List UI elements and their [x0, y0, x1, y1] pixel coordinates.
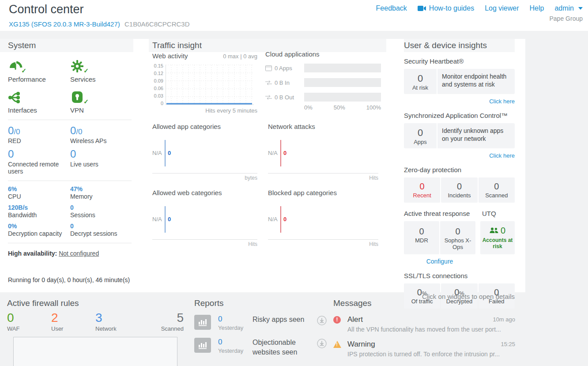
tile-services[interactable]: ✓ Services [70, 58, 132, 83]
heartbeat-click-here-link[interactable]: Click here [404, 98, 515, 105]
zero-bar [280, 206, 281, 233]
lock-icon: ✓ [70, 89, 90, 104]
x-tick: 100% [366, 104, 381, 111]
sac-click-here-link[interactable]: Click here [404, 152, 515, 159]
count-label: Scanned [139, 325, 184, 332]
message-time: 10m ago [493, 316, 515, 323]
na-label: N/A [152, 150, 165, 156]
utq-count: 0 [501, 226, 505, 236]
stat-label: Sessions [70, 211, 132, 219]
cloud-row-label: 0 B In [275, 79, 290, 86]
stat-sessions[interactable]: 0 Sessions [70, 204, 132, 219]
ha-status-link[interactable]: Not configured [59, 250, 99, 257]
zero-day-scanned-cell[interactable]: 0 Scanned [479, 177, 515, 203]
log-viewer-link[interactable]: Log viewer [485, 4, 519, 12]
report-row-risky-apps[interactable]: 0 Yesterday Risky apps seen [194, 315, 327, 331]
axis-unit-label: bytes [152, 175, 257, 181]
tile-label: Services [70, 75, 132, 83]
cell-label: Scanned [479, 192, 514, 199]
tile-label: VPN [70, 106, 132, 114]
allowed-app-categories-widget[interactable]: Allowed app categories N/A 0 bytes [152, 123, 257, 181]
cloud-applications-widget[interactable]: Cloud applications 0 Apps 0 [265, 50, 381, 111]
tile-performance[interactable]: ✓ Performance [8, 58, 70, 83]
cloud-row-label: 0 Apps [275, 65, 292, 72]
security-heartbeat-widget[interactable]: 0 At risk Monitor endpoint health and sy… [404, 69, 515, 94]
web-activity-widget[interactable]: Web activity 0 max | 0 avg 0.15 0.12 0.0… [152, 52, 257, 114]
sac-widget[interactable]: 0 Apps Identify unknown apps on your net… [404, 123, 515, 148]
report-period: Yesterday [218, 347, 253, 354]
download-icon [317, 316, 327, 325]
report-row-objectionable-websites[interactable]: 0 Yesterday Objectionable websites seen [194, 338, 327, 357]
y-tick: 0.06 [152, 86, 163, 91]
stat-cpu[interactable]: 6% CPU [8, 185, 70, 200]
admin-menu[interactable]: admin [554, 4, 583, 12]
counter-wireless-aps[interactable]: 0/0 Wireless APs [70, 125, 132, 144]
heartbeat-description: Monitor endpoint health and systems at r… [437, 69, 515, 94]
tile-label: Performance [8, 75, 70, 83]
sophos-xops-cell[interactable]: 0 Sophos X-Ops [440, 221, 475, 254]
device-model-link[interactable]: XG135 (SFOS 20.0.3 MR-3-Build427) [9, 20, 120, 28]
stat-label: Bandwidth [8, 211, 70, 219]
firewall-counts: 0 WAF 2 User 3 Network 5 Scanned [7, 312, 184, 332]
tile-interfaces[interactable]: Interfaces [8, 89, 70, 114]
bar-value: 0 [283, 216, 286, 223]
x-tick: 0% [304, 104, 313, 111]
message-alert[interactable]: ! Alert 10m ago All the VPN functionalit… [333, 315, 515, 333]
configure-link[interactable]: Configure [404, 258, 475, 265]
stat-value: 0 [70, 204, 132, 211]
howto-guides-link[interactable]: How-to guides [418, 4, 474, 12]
system-tiles: ✓ Performance [8, 58, 132, 114]
transfer-arrows-icon [265, 80, 272, 85]
counter-remote-users[interactable]: 0 Connected remote users [8, 148, 70, 175]
sac-count: 0 [404, 127, 437, 139]
cloud-out-bar [304, 93, 381, 102]
admin-menu-label: admin [554, 4, 574, 12]
device-subtitle: XG135 (SFOS 20.0.3 MR-3-Build427) C1B0A6… [9, 20, 190, 28]
messages-section: Messages ! Alert 10m ago All the VPN fun… [333, 298, 515, 358]
blocked-app-categories-widget[interactable]: Blocked app categories N/A 0 Hits [268, 189, 378, 247]
counter-live-users[interactable]: 0 Live users [70, 148, 132, 175]
mdr-cell[interactable]: 0 MDR [404, 221, 439, 254]
divider [8, 243, 132, 243]
check-icon: ✓ [83, 67, 89, 74]
feedback-link[interactable]: Feedback [376, 4, 407, 12]
dashboard-main: System ✓ Performance [0, 39, 525, 292]
stat-memory[interactable]: 47% Memory [70, 185, 132, 200]
utq-accounts-cell[interactable]: 0 Accounts at risk [480, 221, 515, 254]
y-tick: 0 [152, 101, 163, 106]
waf-count[interactable]: 0 WAF [7, 312, 51, 332]
y-tick: 0.03 [152, 93, 163, 98]
tile-vpn[interactable]: ✓ VPN [70, 89, 132, 114]
zero-day-recent-cell[interactable]: 0 Recent [404, 177, 440, 203]
counter-value: 0 [70, 148, 76, 160]
count-value: 0 [7, 312, 51, 324]
message-time: 15:25 [501, 341, 515, 347]
scanned-count[interactable]: 5 Scanned [139, 312, 184, 332]
stat-decryption-capacity[interactable]: 0% Decryption capacity [8, 223, 70, 237]
user-count[interactable]: 2 User [51, 312, 95, 332]
insights-heading: User & device insights [404, 39, 515, 52]
y-tick: 0.12 [152, 71, 163, 76]
ssl-tls-title: SSL/TLS connections [404, 272, 515, 279]
message-warning[interactable]: Warning 15:25 IPS protection is turned o… [333, 340, 515, 358]
cloud-x-axis: 0% 50% 100% [304, 104, 381, 111]
alert-icon: ! [333, 316, 341, 324]
help-link[interactable]: Help [530, 4, 544, 12]
network-count[interactable]: 3 Network [95, 312, 139, 332]
report-title: Risky apps seen [253, 315, 308, 324]
download-report-button[interactable] [317, 316, 327, 327]
y-tick: 0.09 [152, 78, 163, 83]
stat-value: 0 [70, 223, 132, 230]
counter-value: 0 [8, 125, 14, 136]
download-report-button[interactable] [317, 339, 327, 350]
active-firewall-rules-section: Active firewall rules 0 WAF 2 User 3 Net… [7, 298, 184, 332]
zero-day-title: Zero-day protection [404, 166, 515, 174]
zero-day-incidents-cell[interactable]: 0 Incidents [441, 177, 477, 203]
allowed-web-categories-widget[interactable]: Allowed web categories N/A 0 Hits [152, 189, 257, 247]
stat-label: CPU [8, 193, 70, 200]
stat-decrypt-sessions[interactable]: 0 Decrypt sessions [70, 223, 132, 237]
counter-red[interactable]: 0/0 RED [8, 125, 70, 144]
network-attacks-widget[interactable]: Network attacks N/A 0 Hits [268, 123, 378, 181]
stat-bandwidth[interactable]: 120B/s Bandwidth [8, 204, 70, 219]
count-value: 5 [139, 312, 184, 324]
